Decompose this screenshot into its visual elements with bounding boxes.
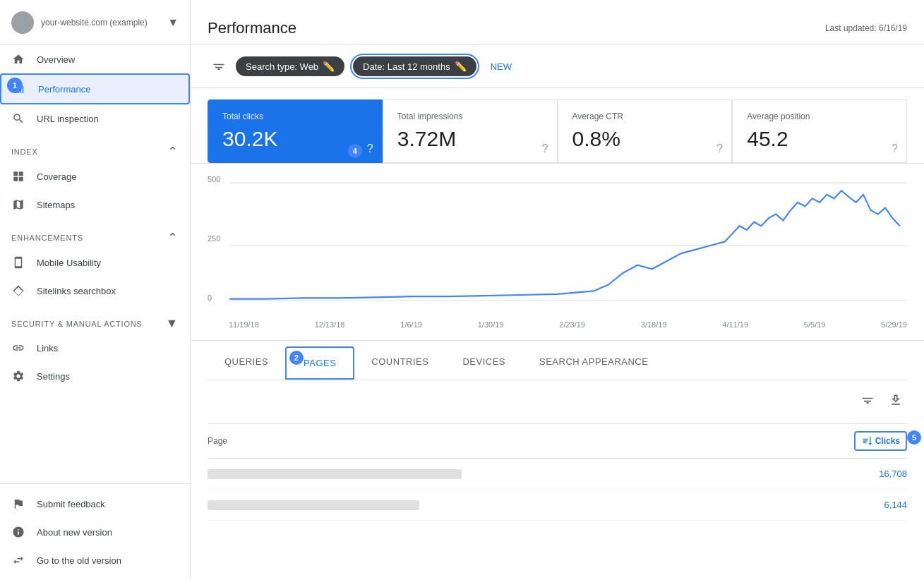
blurred-url [208, 469, 462, 479]
table-row: 16,708 [208, 459, 907, 490]
tab-queries[interactable]: QUERIES [208, 346, 285, 380]
date-filter-wrapper: Date: Last 12 months ✏️ [350, 54, 479, 79]
home-icon [11, 52, 25, 66]
sidebar-item-sitelinks-searchbox[interactable]: Sitelinks searchbox [0, 277, 190, 305]
footer-item-label: Go to the old version [37, 555, 121, 566]
tab-devices[interactable]: DEVICES [445, 346, 522, 380]
sidebar-item-submit-feedback[interactable]: Submit feedback [0, 490, 190, 518]
sidebar-item-performance[interactable]: 1 Performance [0, 73, 190, 104]
search-type-button[interactable]: Search type: Web ✏️ [236, 56, 344, 76]
avatar [11, 11, 34, 34]
stat-card-position[interactable]: Average position 45.2 ? [732, 99, 907, 163]
download-button[interactable] [884, 389, 907, 415]
sidebar-item-coverage[interactable]: Coverage [0, 162, 190, 191]
toolbar: Search type: Web ✏️ Date: Last 12 months… [191, 45, 924, 88]
stat-value: 3.72M [397, 127, 543, 151]
tab-search-appearance[interactable]: SEARCH APPEARANCE [522, 346, 665, 380]
last-updated-text: Last updated: 6/16/19 [825, 23, 907, 33]
stat-value: 0.8% [572, 127, 718, 151]
edit-icon: ✏️ [455, 61, 467, 72]
tab-pages[interactable]: 2 PAGES [285, 346, 354, 380]
main-header: Performance Last updated: 6/16/19 [191, 0, 924, 45]
tab-countries[interactable]: COUNTRIES [354, 346, 445, 380]
date-filter-button[interactable]: Date: Last 12 months ✏️ [353, 56, 476, 76]
stat-value: 45.2 [747, 127, 892, 151]
edit-icon: ✏️ [323, 61, 335, 72]
chart-area: 500 250 0 11/19/18 12/13/18 1/6/19 1/30/… [191, 164, 924, 341]
clicks-sort-wrapper: Clicks 5 [854, 431, 907, 451]
badge-4: 4 [348, 144, 362, 158]
security-section-header: Security & Manual Actions ▼ [0, 305, 190, 334]
tabs-section: QUERIES 2 PAGES COUNTRIES DEVICES SEARCH… [191, 346, 924, 380]
info-icon [11, 525, 25, 539]
sidebar-item-sitemaps[interactable]: Sitemaps [0, 191, 190, 219]
table-header: Page Clicks 5 [208, 424, 907, 459]
page-title: Performance [208, 19, 296, 37]
footer-item-label: Submit feedback [37, 499, 105, 509]
sidebar-item-label: Settings [37, 371, 70, 382]
collapse-icon[interactable]: ⌃ [167, 230, 179, 246]
stat-label: Total impressions [397, 111, 543, 121]
sort-desc-icon [861, 435, 872, 447]
diamond-icon [11, 284, 25, 298]
sidebar-item-go-to-old-version[interactable]: Go to the old version [0, 546, 190, 574]
table-url [208, 469, 865, 479]
chart-y-labels: 500 250 0 [208, 175, 220, 316]
table-clicks-value: 6,144 [865, 500, 907, 510]
sidebar: your-website.com (example) ▼ Overview 1 … [0, 0, 191, 580]
tabs-row: QUERIES 2 PAGES COUNTRIES DEVICES SEARCH… [208, 346, 907, 380]
chevron-down-icon[interactable]: ▼ [167, 16, 179, 29]
badge-5: 5 [907, 430, 921, 445]
stat-card-clicks[interactable]: Total clicks 30.2K ? 4 [208, 99, 383, 163]
gear-icon [11, 369, 25, 383]
blurred-url [208, 500, 419, 510]
smartphone-icon [11, 255, 25, 270]
stat-card-impressions[interactable]: Total impressions 3.72M ? [383, 99, 558, 163]
sidebar-item-label: Mobile Usability [37, 258, 101, 268]
sidebar-item-label: URL inspection [37, 114, 99, 124]
stat-label: Average CTR [572, 111, 718, 121]
sidebar-item-label: Overview [37, 54, 75, 65]
sidebar-item-url-inspection[interactable]: URL inspection [0, 104, 190, 133]
sidebar-item-about-new-version[interactable]: About new version [0, 518, 190, 546]
index-section-header: Index ⌃ [0, 133, 190, 162]
footer-item-label: About new version [37, 527, 112, 538]
table-area: Page Clicks 5 16,708 6,144 [191, 380, 924, 521]
sidebar-item-label: Performance [38, 84, 90, 95]
sidebar-item-label: Links [37, 343, 58, 354]
performance-badge: 1 [7, 78, 23, 93]
sidebar-item-overview[interactable]: Overview [0, 45, 190, 73]
link-icon [11, 341, 25, 355]
main-content: Performance Last updated: 6/16/19 Search… [191, 0, 924, 580]
badge-2: 2 [289, 351, 304, 365]
col-clicks-header: Clicks 5 [875, 436, 900, 446]
help-icon: ? [542, 143, 548, 155]
stat-value: 30.2K [222, 127, 368, 151]
swap-icon [11, 553, 25, 567]
sidebar-header: your-website.com (example) ▼ [0, 0, 190, 45]
table-clicks-value: 16,708 [865, 469, 907, 479]
account-text: your-website.com (example) [41, 18, 167, 28]
search-icon [11, 111, 25, 126]
grid-icon [11, 169, 25, 183]
enhancements-section-header: Enhancements ⌃ [0, 219, 190, 248]
sidebar-item-label: Sitemaps [37, 200, 75, 210]
collapse-icon[interactable]: ⌃ [167, 144, 179, 159]
col-page-header: Page [208, 436, 854, 446]
flag-icon [11, 497, 25, 511]
stat-card-ctr[interactable]: Average CTR 0.8% ? [558, 99, 733, 163]
sidebar-item-settings[interactable]: Settings [0, 362, 190, 390]
stat-label: Total clicks [222, 111, 368, 121]
chart-x-labels: 11/19/18 12/13/18 1/6/19 1/30/19 2/23/19… [208, 316, 907, 329]
chart-svg [208, 175, 907, 316]
collapse-icon[interactable]: ▼ [165, 316, 179, 331]
sidebar-item-mobile-usability[interactable]: Mobile Usability [0, 248, 190, 277]
sidebar-item-links[interactable]: Links [0, 334, 190, 362]
help-icon: ? [367, 143, 373, 155]
stats-row: Total clicks 30.2K ? 4 Total impressions… [191, 88, 924, 164]
help-icon: ? [892, 143, 898, 155]
filter-button[interactable] [208, 55, 230, 78]
new-button[interactable]: NEW [485, 57, 517, 76]
table-filter-button[interactable] [856, 389, 879, 415]
table-row: 6,144 [208, 490, 907, 521]
